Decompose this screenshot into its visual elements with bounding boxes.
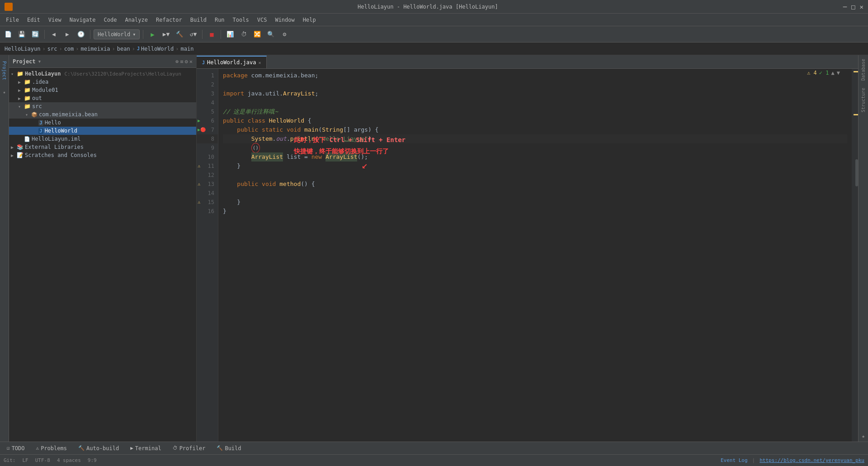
tab-helloworld[interactable]: J HelloWorld.java ✕ — [197, 56, 267, 68]
bottom-tab-build[interactable]: 🔨 Build — [212, 444, 245, 453]
line-num-2: 2 — [197, 80, 218, 89]
run-gutter-6[interactable]: ▶ — [198, 116, 200, 125]
menu-help[interactable]: Help — [299, 15, 320, 24]
favorites-right-icon[interactable]: ★ — [858, 431, 868, 442]
tree-src[interactable]: ▾ 📁 src — [9, 102, 196, 110]
scroll-up-indicator[interactable]: ▲ — [831, 70, 835, 76]
maximize-button[interactable]: □ — [851, 3, 855, 10]
lf-status[interactable]: LF — [23, 457, 28, 463]
menu-code[interactable]: Code — [100, 15, 121, 24]
menu-edit[interactable]: Edit — [24, 15, 44, 24]
tree-arrow-idea: ▶ — [18, 80, 23, 85]
bottom-tab-todo[interactable]: ☑ TODO — [2, 444, 29, 453]
breadcrumb-helloworld[interactable]: J HelloWorld — [137, 46, 174, 52]
menu-tools[interactable]: Tools — [229, 15, 253, 24]
project-dropdown-arrow[interactable]: ▾ — [38, 58, 42, 65]
stop-button[interactable]: ■ — [206, 29, 217, 40]
breadcrumb: HelloLiayun › src › com › meimeixia › be… — [0, 43, 868, 55]
menu-run[interactable]: Run — [211, 15, 228, 24]
run-config-button[interactable]: ▶▼ — [160, 29, 172, 40]
autobuild-icon: 🔨 — [78, 445, 85, 451]
reload-button[interactable]: ↺▼ — [187, 29, 199, 40]
line-num-7: 7 ▶ 🔴 — [197, 125, 218, 134]
tree-iml-label: HelloLiayun.iml — [32, 136, 80, 142]
status-bar: Git: LF UTF-8 4 spaces 9:9 Event Log | h… — [0, 454, 868, 466]
settings-button[interactable]: ⚙ — [278, 29, 290, 40]
save-button[interactable]: 💾 — [16, 29, 28, 40]
tree-scratches[interactable]: ▶ 📝 Scratches and Consoles — [9, 151, 196, 159]
menu-refactor[interactable]: Refactor — [152, 15, 186, 24]
new-file-button[interactable]: 📄 — [2, 29, 14, 40]
code-line-6: public class HelloWorld { — [223, 116, 847, 125]
tab-close-button[interactable]: ✕ — [258, 60, 261, 65]
iml-icon: 📄 — [24, 136, 30, 142]
tree-helloworld[interactable]: J HelloWorld — [9, 127, 196, 135]
toolbar-sep-3 — [143, 30, 143, 39]
sync-button[interactable]: 🔄 — [29, 29, 41, 40]
debug-gutter-7[interactable]: 🔴 — [200, 125, 206, 134]
coverage-button[interactable]: 📊 — [224, 29, 236, 40]
menu-build[interactable]: Build — [187, 15, 210, 24]
menu-vcs[interactable]: VCS — [254, 15, 271, 24]
tree-root-helloliayun[interactable]: ▾ 📁 HelloLiayun C:\Users\32120\IdeaProje… — [9, 70, 196, 78]
tree-idea[interactable]: ▶ 📁 .idea — [9, 78, 196, 86]
tree-out[interactable]: ▶ 📁 out — [9, 94, 196, 102]
event-log-button[interactable]: Event Log — [721, 457, 748, 463]
tree-package[interactable]: ▾ 📦 com.meimeixia.bean — [9, 110, 196, 119]
breadcrumb-meimeixia[interactable]: meimeixia — [81, 46, 110, 52]
menu-view[interactable]: View — [45, 15, 65, 24]
find-button[interactable]: 🔍 — [265, 29, 277, 40]
settings-panel-button[interactable]: ⚙ — [185, 58, 188, 65]
forward-button[interactable]: ▶ — [61, 29, 73, 40]
scrollbar-thumb[interactable] — [855, 159, 858, 186]
toolbar-sep-2 — [90, 30, 90, 39]
indent-status[interactable]: 4 spaces — [57, 457, 81, 463]
menu-file[interactable]: File — [2, 15, 23, 24]
line-num-15: 15 ⚠ — [197, 198, 218, 207]
database-icon[interactable]: Database — [860, 55, 867, 84]
code-content[interactable]: package com.meimeixia.bean; import java.… — [218, 69, 852, 442]
breadcrumb-com[interactable]: com — [64, 46, 74, 52]
line-num-5: 5 — [197, 107, 218, 116]
profiler-button[interactable]: ⏱ — [238, 29, 250, 40]
tree-arrow-package: ▾ — [25, 112, 30, 117]
menu-navigate[interactable]: Navigate — [66, 15, 99, 24]
tree-external-libs[interactable]: ▶ 📚 External Libraries — [9, 143, 196, 151]
menu-window[interactable]: Window — [271, 15, 298, 24]
run-button[interactable]: ▶ — [146, 29, 158, 40]
minimize-button[interactable]: ─ — [843, 3, 847, 10]
utf8-status[interactable]: UTF-8 — [35, 457, 50, 463]
close-button[interactable]: ✕ — [860, 3, 863, 10]
todo-label: TODO — [12, 445, 25, 452]
breadcrumb-main[interactable]: main — [180, 46, 193, 52]
back-button[interactable]: ◀ — [48, 29, 60, 40]
favorites-icon[interactable]: ★ — [1, 86, 8, 98]
code-line-15: } — [223, 198, 847, 207]
tree-hello[interactable]: J Hello — [9, 119, 196, 127]
bottom-tab-profiler[interactable]: ⏱ Profiler — [168, 444, 210, 453]
bottom-tab-problems[interactable]: ⚠ Problems — [32, 444, 71, 453]
breadcrumb-bean[interactable]: bean — [117, 46, 130, 52]
build-button[interactable]: 🔨 — [174, 29, 185, 40]
scroll-down-indicator[interactable]: ▼ — [837, 70, 840, 76]
structure-icon[interactable]: Structure — [860, 84, 867, 116]
menu-analyze[interactable]: Analyze — [121, 15, 151, 24]
bottom-tab-terminal[interactable]: ▶ Terminal — [126, 444, 165, 453]
git-status[interactable]: Git: — [4, 457, 16, 463]
breadcrumb-project[interactable]: HelloLiayun — [5, 46, 40, 52]
line-num-1: 1 — [197, 71, 218, 80]
code-line-14 — [223, 189, 847, 198]
package-icon: 📦 — [31, 112, 38, 118]
collapse-all-button[interactable]: ≡ — [180, 58, 183, 65]
history-button[interactable]: 🕐 — [75, 29, 87, 40]
scope-button[interactable]: ⊕ — [175, 58, 179, 65]
csdn-link[interactable]: https://blog.csdn.net/yerenyuan_pku — [760, 457, 864, 463]
tree-module01[interactable]: ▶ 📁 Module01 — [9, 86, 196, 94]
project-icon[interactable]: Project — [1, 57, 8, 84]
vcs-button[interactable]: 🔀 — [251, 29, 263, 40]
breadcrumb-src[interactable]: src — [47, 46, 57, 52]
bottom-tab-autobuild[interactable]: 🔨 Auto-build — [74, 444, 123, 453]
project-selector[interactable]: HelloWorld ▾ — [94, 29, 140, 39]
tree-iml[interactable]: 📄 HelloLiayun.iml — [9, 135, 196, 143]
close-panel-button[interactable]: ✕ — [189, 58, 193, 65]
